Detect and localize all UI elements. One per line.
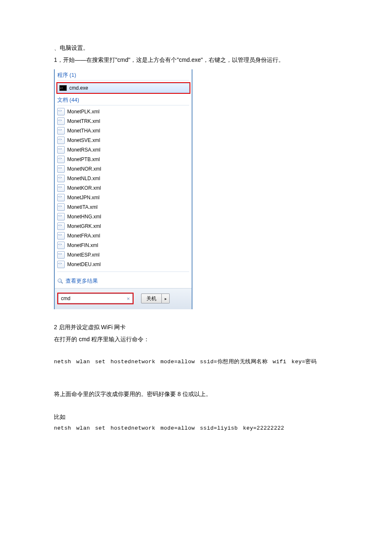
document-label: MonetKOR.xml bbox=[67, 185, 101, 191]
xml-file-icon bbox=[57, 146, 65, 154]
example-label: 比如 bbox=[54, 411, 338, 423]
document-label: MonetSVE.xml bbox=[67, 137, 100, 143]
document-item[interactable]: MonetNLD.xml bbox=[55, 174, 192, 183]
program-label: cmd.exe bbox=[69, 85, 88, 91]
see-more-label: 查看更多结果 bbox=[66, 277, 98, 285]
xml-file-icon bbox=[57, 232, 65, 240]
shutdown-button-group: 关机 ▸ bbox=[141, 293, 170, 303]
search-input-highlight-box: cmd × bbox=[57, 293, 134, 304]
shutdown-options-arrow[interactable]: ▸ bbox=[162, 293, 170, 303]
document-item[interactable]: MonetESP.xml bbox=[55, 250, 192, 259]
xml-file-icon bbox=[57, 184, 65, 192]
xml-file-icon bbox=[57, 203, 65, 211]
cmd-icon bbox=[59, 85, 67, 91]
xml-file-icon bbox=[57, 156, 65, 163]
xml-file-icon bbox=[57, 261, 65, 268]
xml-file-icon bbox=[57, 194, 65, 201]
document-item[interactable]: MonetFRA.xml bbox=[55, 231, 192, 240]
step2-title: 2 启用并设定虚拟 WiFi 网卡 bbox=[54, 322, 338, 333]
xml-file-icon bbox=[57, 137, 65, 144]
document-label: MonetFIN.xml bbox=[67, 242, 98, 248]
clear-search-icon[interactable]: × bbox=[127, 296, 130, 302]
document-label: MonetITA.xml bbox=[67, 204, 97, 210]
xml-file-icon bbox=[57, 165, 65, 173]
xml-file-icon bbox=[57, 222, 65, 230]
documents-header: 文档 (44) bbox=[55, 95, 192, 105]
xml-file-icon bbox=[57, 117, 65, 125]
xml-file-icon bbox=[57, 108, 65, 115]
document-label: MonetFRA.xml bbox=[67, 233, 100, 239]
shutdown-button[interactable]: 关机 bbox=[141, 293, 162, 303]
document-item[interactable]: MonetPLK.xml bbox=[55, 107, 192, 116]
document-item[interactable]: MonetGRK.xml bbox=[55, 221, 192, 231]
document-item[interactable]: MonetHNG.xml bbox=[55, 212, 192, 221]
search-input[interactable]: cmd × bbox=[58, 293, 133, 303]
divider bbox=[57, 80, 189, 81]
search-icon bbox=[57, 278, 63, 284]
document-label: MonetPTB.xml bbox=[67, 156, 100, 162]
program-item-cmd[interactable]: cmd.exe bbox=[57, 83, 190, 93]
document-item[interactable]: MonetPTB.xml bbox=[55, 154, 192, 164]
document-label: MonetRSA.xml bbox=[67, 147, 100, 153]
document-label: MonetTHA.xml bbox=[67, 128, 100, 134]
programs-header: 程序 (1) bbox=[55, 71, 192, 80]
document-item[interactable]: MonetKOR.xml bbox=[55, 183, 192, 193]
document-item[interactable]: MonetNOR.xml bbox=[55, 164, 192, 174]
start-menu-footer: cmd × 关机 ▸ bbox=[55, 288, 192, 309]
step2-note: 将上面命令里的汉字改成你要用的。密码好像要 8 位或以上。 bbox=[54, 389, 338, 400]
document-label: MonetTRK.xml bbox=[67, 118, 100, 124]
search-input-value: cmd bbox=[61, 296, 71, 301]
xml-file-icon bbox=[57, 213, 65, 220]
xml-file-icon bbox=[57, 127, 65, 134]
start-menu-screenshot: 程序 (1) cmd.exe 文档 (44) MonetPLK.xmlMonet… bbox=[54, 69, 192, 309]
intro-line-1: 1，开始——在搜索里打"cmd"，这是上方会有个"cmd.exe"，右键之，以管… bbox=[54, 54, 338, 66]
netsh-command-template: netsh wlan set hostednetwork mode=allow … bbox=[54, 358, 338, 365]
intro-line-0: 、电脑设置。 bbox=[54, 42, 338, 54]
xml-file-icon bbox=[57, 251, 65, 259]
document-item[interactable]: MonetJPN.xml bbox=[55, 193, 192, 202]
document-label: MonetNOR.xml bbox=[67, 166, 101, 172]
document-item[interactable]: MonetTRK.xml bbox=[55, 116, 192, 126]
see-more-results[interactable]: 查看更多结果 bbox=[55, 273, 192, 288]
document-list: MonetPLK.xmlMonetTRK.xmlMonetTHA.xmlMone… bbox=[55, 107, 192, 269]
document-item[interactable]: MonetSVE.xml bbox=[55, 135, 192, 145]
step2-line1: 在打开的 cmd 程序里输入运行命令： bbox=[54, 334, 338, 345]
document-label: MonetHNG.xml bbox=[67, 214, 101, 220]
document-label: MonetESP.xml bbox=[67, 252, 100, 258]
xml-file-icon bbox=[57, 242, 65, 249]
document-label: MonetGRK.xml bbox=[67, 223, 101, 229]
document-item[interactable]: MonetFIN.xml bbox=[55, 240, 192, 250]
xml-file-icon bbox=[57, 175, 65, 182]
document-label: MonetJPN.xml bbox=[67, 195, 100, 200]
document-item[interactable]: MonetITA.xml bbox=[55, 202, 192, 212]
document-item[interactable]: MonetRSA.xml bbox=[55, 145, 192, 154]
document-label: MonetPLK.xml bbox=[67, 109, 100, 115]
document-label: MonetNLD.xml bbox=[67, 176, 100, 181]
divider bbox=[57, 105, 189, 105]
document-item[interactable]: MonetTHA.xml bbox=[55, 126, 192, 135]
netsh-command-example: netsh wlan set hostednetwork mode=allow … bbox=[54, 425, 338, 431]
divider bbox=[57, 271, 189, 272]
document-item[interactable]: MonetDEU.xml bbox=[55, 259, 192, 269]
cmd-exe-highlight-box: cmd.exe bbox=[56, 82, 190, 94]
document-label: MonetDEU.xml bbox=[67, 262, 101, 267]
